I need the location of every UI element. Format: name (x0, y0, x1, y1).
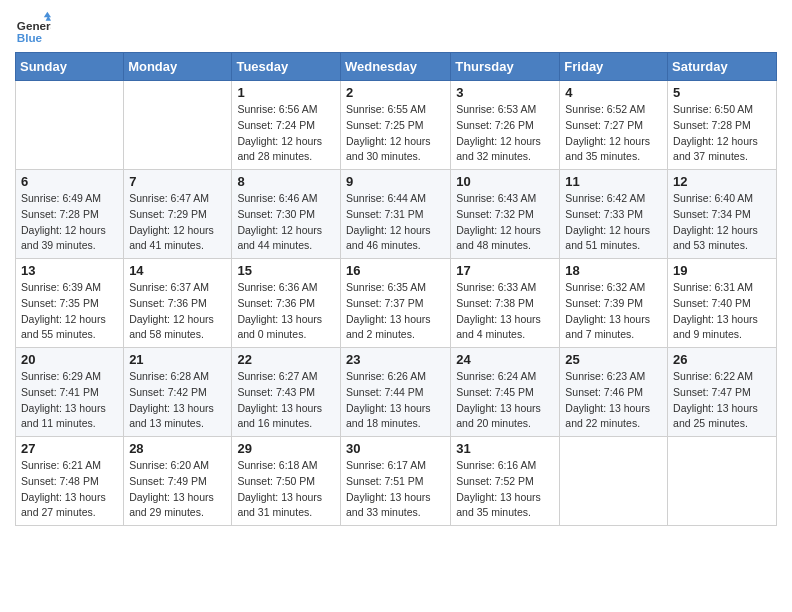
day-number: 15 (237, 263, 335, 278)
calendar-cell: 8Sunrise: 6:46 AMSunset: 7:30 PMDaylight… (232, 170, 341, 259)
day-number: 25 (565, 352, 662, 367)
calendar-cell: 24Sunrise: 6:24 AMSunset: 7:45 PMDayligh… (451, 348, 560, 437)
week-row-1: 1Sunrise: 6:56 AMSunset: 7:24 PMDaylight… (16, 81, 777, 170)
week-row-2: 6Sunrise: 6:49 AMSunset: 7:28 PMDaylight… (16, 170, 777, 259)
calendar-cell (668, 437, 777, 526)
logo: General Blue (15, 10, 51, 46)
day-number: 10 (456, 174, 554, 189)
calendar-cell: 22Sunrise: 6:27 AMSunset: 7:43 PMDayligh… (232, 348, 341, 437)
logo-icon: General Blue (15, 10, 51, 46)
day-number: 18 (565, 263, 662, 278)
day-info: Sunrise: 6:36 AMSunset: 7:36 PMDaylight:… (237, 280, 335, 343)
day-info: Sunrise: 6:33 AMSunset: 7:38 PMDaylight:… (456, 280, 554, 343)
calendar-cell: 21Sunrise: 6:28 AMSunset: 7:42 PMDayligh… (124, 348, 232, 437)
day-info: Sunrise: 6:39 AMSunset: 7:35 PMDaylight:… (21, 280, 118, 343)
calendar-cell: 12Sunrise: 6:40 AMSunset: 7:34 PMDayligh… (668, 170, 777, 259)
day-info: Sunrise: 6:43 AMSunset: 7:32 PMDaylight:… (456, 191, 554, 254)
day-number: 31 (456, 441, 554, 456)
calendar-cell: 27Sunrise: 6:21 AMSunset: 7:48 PMDayligh… (16, 437, 124, 526)
day-info: Sunrise: 6:52 AMSunset: 7:27 PMDaylight:… (565, 102, 662, 165)
calendar-cell: 31Sunrise: 6:16 AMSunset: 7:52 PMDayligh… (451, 437, 560, 526)
day-number: 5 (673, 85, 771, 100)
calendar-cell: 19Sunrise: 6:31 AMSunset: 7:40 PMDayligh… (668, 259, 777, 348)
day-number: 13 (21, 263, 118, 278)
day-number: 9 (346, 174, 445, 189)
calendar-cell: 4Sunrise: 6:52 AMSunset: 7:27 PMDaylight… (560, 81, 668, 170)
day-info: Sunrise: 6:49 AMSunset: 7:28 PMDaylight:… (21, 191, 118, 254)
calendar-cell: 3Sunrise: 6:53 AMSunset: 7:26 PMDaylight… (451, 81, 560, 170)
day-number: 2 (346, 85, 445, 100)
day-number: 21 (129, 352, 226, 367)
calendar-cell: 5Sunrise: 6:50 AMSunset: 7:28 PMDaylight… (668, 81, 777, 170)
day-info: Sunrise: 6:50 AMSunset: 7:28 PMDaylight:… (673, 102, 771, 165)
calendar-cell: 1Sunrise: 6:56 AMSunset: 7:24 PMDaylight… (232, 81, 341, 170)
weekday-wednesday: Wednesday (340, 53, 450, 81)
calendar-cell: 18Sunrise: 6:32 AMSunset: 7:39 PMDayligh… (560, 259, 668, 348)
day-number: 19 (673, 263, 771, 278)
day-number: 8 (237, 174, 335, 189)
calendar-cell: 11Sunrise: 6:42 AMSunset: 7:33 PMDayligh… (560, 170, 668, 259)
day-info: Sunrise: 6:27 AMSunset: 7:43 PMDaylight:… (237, 369, 335, 432)
day-number: 24 (456, 352, 554, 367)
day-info: Sunrise: 6:40 AMSunset: 7:34 PMDaylight:… (673, 191, 771, 254)
weekday-monday: Monday (124, 53, 232, 81)
calendar-cell (124, 81, 232, 170)
day-number: 3 (456, 85, 554, 100)
day-number: 11 (565, 174, 662, 189)
day-info: Sunrise: 6:53 AMSunset: 7:26 PMDaylight:… (456, 102, 554, 165)
weekday-friday: Friday (560, 53, 668, 81)
day-info: Sunrise: 6:24 AMSunset: 7:45 PMDaylight:… (456, 369, 554, 432)
week-row-5: 27Sunrise: 6:21 AMSunset: 7:48 PMDayligh… (16, 437, 777, 526)
calendar-cell: 6Sunrise: 6:49 AMSunset: 7:28 PMDaylight… (16, 170, 124, 259)
day-info: Sunrise: 6:47 AMSunset: 7:29 PMDaylight:… (129, 191, 226, 254)
day-info: Sunrise: 6:37 AMSunset: 7:36 PMDaylight:… (129, 280, 226, 343)
day-info: Sunrise: 6:16 AMSunset: 7:52 PMDaylight:… (456, 458, 554, 521)
calendar-cell: 29Sunrise: 6:18 AMSunset: 7:50 PMDayligh… (232, 437, 341, 526)
day-number: 12 (673, 174, 771, 189)
day-info: Sunrise: 6:42 AMSunset: 7:33 PMDaylight:… (565, 191, 662, 254)
calendar-cell (16, 81, 124, 170)
day-number: 20 (21, 352, 118, 367)
calendar-cell: 26Sunrise: 6:22 AMSunset: 7:47 PMDayligh… (668, 348, 777, 437)
day-number: 7 (129, 174, 226, 189)
day-number: 29 (237, 441, 335, 456)
calendar-cell: 25Sunrise: 6:23 AMSunset: 7:46 PMDayligh… (560, 348, 668, 437)
calendar-cell: 23Sunrise: 6:26 AMSunset: 7:44 PMDayligh… (340, 348, 450, 437)
day-info: Sunrise: 6:46 AMSunset: 7:30 PMDaylight:… (237, 191, 335, 254)
day-info: Sunrise: 6:35 AMSunset: 7:37 PMDaylight:… (346, 280, 445, 343)
day-number: 23 (346, 352, 445, 367)
day-info: Sunrise: 6:26 AMSunset: 7:44 PMDaylight:… (346, 369, 445, 432)
day-info: Sunrise: 6:32 AMSunset: 7:39 PMDaylight:… (565, 280, 662, 343)
day-info: Sunrise: 6:28 AMSunset: 7:42 PMDaylight:… (129, 369, 226, 432)
svg-marker-2 (44, 12, 51, 17)
calendar-cell: 13Sunrise: 6:39 AMSunset: 7:35 PMDayligh… (16, 259, 124, 348)
day-info: Sunrise: 6:56 AMSunset: 7:24 PMDaylight:… (237, 102, 335, 165)
weekday-saturday: Saturday (668, 53, 777, 81)
weekday-header-row: SundayMondayTuesdayWednesdayThursdayFrid… (16, 53, 777, 81)
day-number: 27 (21, 441, 118, 456)
calendar-cell: 9Sunrise: 6:44 AMSunset: 7:31 PMDaylight… (340, 170, 450, 259)
day-number: 14 (129, 263, 226, 278)
weekday-tuesday: Tuesday (232, 53, 341, 81)
week-row-4: 20Sunrise: 6:29 AMSunset: 7:41 PMDayligh… (16, 348, 777, 437)
day-info: Sunrise: 6:21 AMSunset: 7:48 PMDaylight:… (21, 458, 118, 521)
day-info: Sunrise: 6:17 AMSunset: 7:51 PMDaylight:… (346, 458, 445, 521)
day-number: 4 (565, 85, 662, 100)
day-info: Sunrise: 6:55 AMSunset: 7:25 PMDaylight:… (346, 102, 445, 165)
day-info: Sunrise: 6:23 AMSunset: 7:46 PMDaylight:… (565, 369, 662, 432)
svg-text:Blue: Blue (17, 31, 43, 44)
day-number: 30 (346, 441, 445, 456)
calendar-cell: 20Sunrise: 6:29 AMSunset: 7:41 PMDayligh… (16, 348, 124, 437)
week-row-3: 13Sunrise: 6:39 AMSunset: 7:35 PMDayligh… (16, 259, 777, 348)
calendar-cell: 16Sunrise: 6:35 AMSunset: 7:37 PMDayligh… (340, 259, 450, 348)
day-number: 28 (129, 441, 226, 456)
calendar-cell: 28Sunrise: 6:20 AMSunset: 7:49 PMDayligh… (124, 437, 232, 526)
day-info: Sunrise: 6:31 AMSunset: 7:40 PMDaylight:… (673, 280, 771, 343)
calendar-cell: 2Sunrise: 6:55 AMSunset: 7:25 PMDaylight… (340, 81, 450, 170)
day-info: Sunrise: 6:18 AMSunset: 7:50 PMDaylight:… (237, 458, 335, 521)
day-number: 26 (673, 352, 771, 367)
calendar-cell: 10Sunrise: 6:43 AMSunset: 7:32 PMDayligh… (451, 170, 560, 259)
calendar-cell: 7Sunrise: 6:47 AMSunset: 7:29 PMDaylight… (124, 170, 232, 259)
day-number: 6 (21, 174, 118, 189)
day-number: 1 (237, 85, 335, 100)
